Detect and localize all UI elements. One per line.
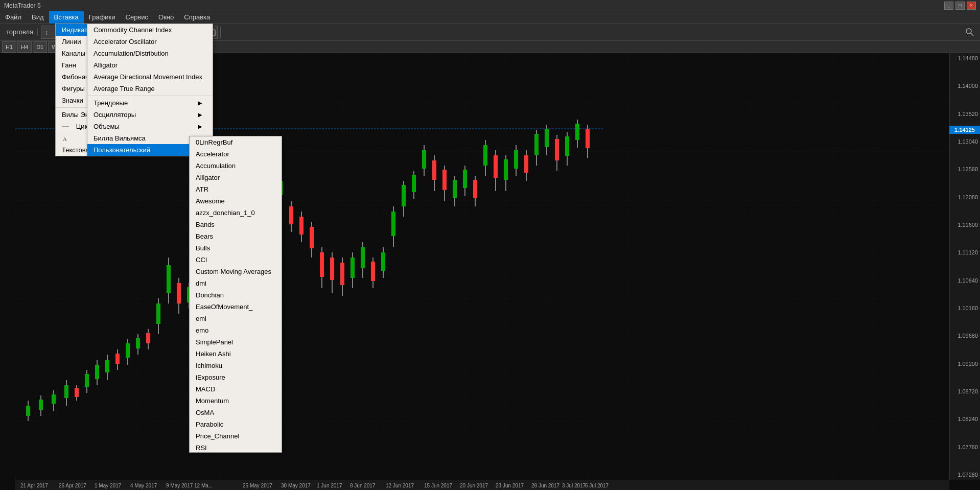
ind-commodity[interactable]: Commodity Channel Index	[87, 24, 213, 36]
cust-emi[interactable]: emi	[190, 313, 282, 324]
svg-text:23 Jun 2017: 23 Jun 2017	[496, 483, 524, 488]
svg-text:9 May 2017: 9 May 2017	[166, 483, 193, 488]
cust-heikenashi[interactable]: Heiken Ashi	[190, 348, 282, 360]
ind-atr[interactable]: Average True Range	[87, 83, 213, 95]
cust-iexposure[interactable]: iExposure	[190, 371, 282, 383]
menu-charts[interactable]: Графики	[84, 11, 121, 24]
current-price-badge: 1.14125	[949, 126, 980, 134]
price-label-7: 1.11600	[952, 222, 978, 228]
svg-text:6 Jul 2017: 6 Jul 2017	[585, 483, 609, 488]
svg-rect-59	[136, 338, 140, 348]
close-button[interactable]: ×	[967, 2, 976, 10]
svg-rect-39	[26, 406, 30, 416]
svg-text:12 Ma...: 12 Ma...	[194, 483, 213, 488]
cust-awesome[interactable]: Awesome	[190, 195, 282, 207]
timeframe-d1[interactable]: D1	[33, 41, 47, 53]
cust-ichimoku[interactable]: Ichimoku	[190, 360, 282, 371]
svg-point-24	[966, 29, 971, 34]
minimize-button[interactable]: _	[944, 2, 953, 10]
cust-atr[interactable]: ATR	[190, 183, 282, 195]
svg-text:21 Apr 2017: 21 Apr 2017	[20, 483, 48, 488]
svg-rect-119	[483, 145, 487, 166]
timeframe-h1[interactable]: H1	[2, 41, 16, 53]
торговля-label: торговля	[2, 28, 38, 36]
svg-text:12 Jun 2017: 12 Jun 2017	[386, 483, 414, 488]
price-label-16: 1.07280	[952, 472, 978, 478]
price-label-9: 1.10640	[952, 277, 978, 284]
cust-emo[interactable]: emo	[190, 324, 282, 336]
cust-bears[interactable]: Bears	[190, 230, 282, 242]
menu-file[interactable]: Файл	[0, 11, 27, 24]
price-label-12: 1.09200	[952, 361, 978, 367]
ind-oscillators[interactable]: Осцилляторы ▶	[87, 109, 213, 121]
svg-rect-63	[156, 304, 160, 324]
cust-bulls[interactable]: Bulls	[190, 242, 282, 254]
timeframe-h4[interactable]: H4	[17, 41, 32, 53]
svg-text:↕: ↕	[45, 29, 48, 36]
cust-parabolic[interactable]: Parabolic	[190, 418, 282, 430]
menu-insert[interactable]: Вставка	[49, 11, 84, 24]
cust-accumulation[interactable]: Accumulation	[190, 160, 282, 172]
price-label-4: 1.13040	[952, 138, 978, 145]
ind-volumes[interactable]: Объемы ▶	[87, 121, 213, 132]
menu-help[interactable]: Справка	[179, 11, 215, 24]
svg-rect-91	[340, 263, 344, 285]
cust-donchian[interactable]: Donchian	[190, 289, 282, 301]
svg-rect-113	[453, 180, 457, 198]
price-label-1: 1.14480	[952, 55, 978, 61]
svg-rect-107	[422, 150, 426, 169]
svg-text:28 Jun 2017: 28 Jun 2017	[531, 483, 559, 488]
menu-window[interactable]: Окно	[153, 11, 179, 24]
cust-linregrbuf[interactable]: 0LinRegrBuf	[190, 136, 282, 148]
ind-sep-1	[87, 96, 213, 96]
price-label-8: 1.11120	[952, 249, 978, 255]
price-axis: 1.14480 1.14000 1.13520 1.13040 1.12560 …	[949, 53, 980, 480]
svg-rect-87	[320, 252, 324, 277]
svg-rect-57	[126, 343, 130, 358]
svg-rect-65	[167, 265, 171, 293]
svg-text:26 Apr 2017: 26 Apr 2017	[59, 483, 86, 488]
svg-rect-121	[494, 155, 498, 178]
ind-accelerator[interactable]: Accelerator Oscillator	[87, 36, 213, 48]
svg-rect-47	[75, 388, 79, 397]
price-label-13: 1.08720	[952, 388, 978, 394]
cust-azzx[interactable]: azzx_donchian_1_0	[190, 207, 282, 219]
cust-easeofmov[interactable]: EaseOfMovement_	[190, 301, 282, 313]
svg-rect-43	[52, 394, 56, 404]
cust-macd[interactable]: MACD	[190, 383, 282, 395]
cust-cci[interactable]: CCI	[190, 254, 282, 266]
ind-admi[interactable]: Average Directional Movement Index	[87, 71, 213, 83]
svg-rect-111	[442, 170, 447, 190]
svg-rect-123	[504, 159, 508, 180]
menu-view[interactable]: Вид	[27, 11, 49, 24]
price-label-15: 1.07760	[952, 444, 978, 450]
cust-accelerator[interactable]: Accelerator	[190, 148, 282, 160]
cust-bands[interactable]: Bands	[190, 219, 282, 230]
svg-rect-131	[545, 129, 549, 147]
svg-rect-115	[463, 170, 467, 188]
maximize-button[interactable]: □	[955, 2, 965, 10]
cust-osma[interactable]: OsMA	[190, 407, 282, 418]
price-label-2: 1.14000	[952, 83, 978, 89]
svg-rect-125	[514, 150, 518, 169]
cust-momentum[interactable]: Momentum	[190, 395, 282, 407]
svg-rect-133	[555, 139, 559, 160]
cust-custmovavg[interactable]: Custom Moving Averages	[190, 266, 282, 277]
price-label-5: 1.12560	[952, 166, 978, 172]
svg-text:15 Jun 2017: 15 Jun 2017	[424, 483, 452, 488]
cust-rsi[interactable]: RSI	[190, 442, 282, 453]
ind-alligator[interactable]: Alligator	[87, 59, 213, 71]
ind-accumulation[interactable]: Accumulation/Distribution	[87, 48, 213, 59]
price-label-14: 1.08240	[952, 416, 978, 422]
cust-dmi[interactable]: dmi	[190, 277, 282, 289]
cust-pricechannel[interactable]: Price_Channel	[190, 430, 282, 442]
svg-rect-139	[586, 129, 590, 148]
svg-rect-55	[115, 354, 120, 364]
toolbar-btn-1[interactable]: ↕	[41, 26, 55, 39]
cust-simplepanel[interactable]: SimplePanel	[190, 336, 282, 348]
menu-service[interactable]: Сервис	[121, 11, 154, 24]
price-label-11: 1.09680	[952, 333, 978, 339]
cust-alligator[interactable]: Alligator	[190, 172, 282, 183]
svg-rect-53	[105, 360, 109, 372]
ind-trend[interactable]: Трендовые ▶	[87, 97, 213, 109]
